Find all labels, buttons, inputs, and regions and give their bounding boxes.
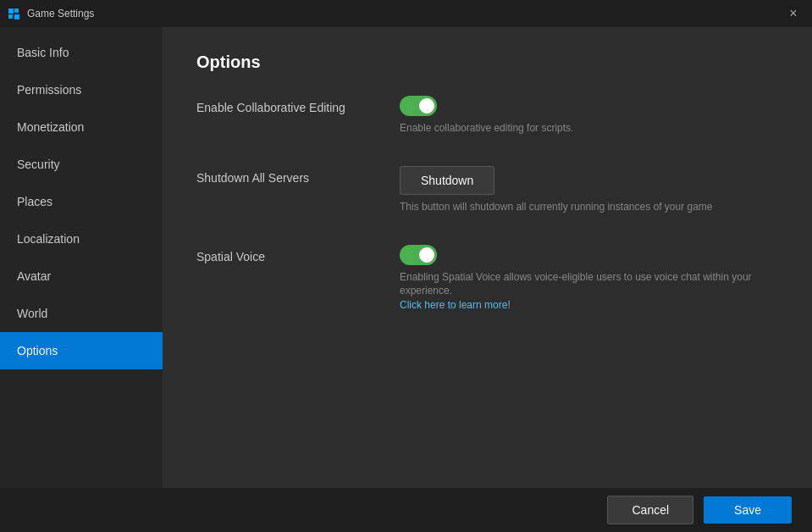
svg-rect-2 [8,14,13,19]
title-bar-left: Game Settings [7,7,94,20]
option-row-collab: Enable Collaborative Editing Enable coll… [196,96,778,136]
content-area: Options Enable Collaborative Editing Ena… [163,27,812,488]
sidebar-item-places[interactable]: Places [0,183,163,220]
sidebar: Basic Info Permissions Monetization Secu… [0,27,163,488]
toggle-wrapper-collab [400,96,778,116]
option-label-spatial-voice: Spatial Voice [196,245,400,263]
spatial-voice-description: Enabling Spatial Voice allows voice-elig… [400,270,778,313]
close-button[interactable]: × [782,2,805,25]
svg-rect-1 [14,8,19,13]
sidebar-item-security[interactable]: Security [0,146,163,183]
option-label-collab: Enable Collaborative Editing [196,96,400,114]
title-bar: Game Settings × [0,0,812,27]
sidebar-item-options[interactable]: Options [0,332,163,369]
spatial-voice-learn-more-link[interactable]: Click here to learn more! [400,299,511,311]
svg-rect-0 [8,8,14,14]
option-row-shutdown: Shutdown All Servers Shutdown This butto… [196,166,778,214]
toggle-wrapper-spatial-voice [400,245,778,265]
spatial-voice-toggle[interactable] [400,245,437,265]
sidebar-item-avatar[interactable]: Avatar [0,258,163,295]
shutdown-button[interactable]: Shutdown [400,166,494,195]
collab-description: Enable collaborative editing for scripts… [400,121,778,136]
option-control-collab: Enable collaborative editing for scripts… [400,96,778,136]
option-row-spatial-voice: Spatial Voice Enabling Spatial Voice all… [196,245,778,313]
save-button[interactable]: Save [704,496,792,524]
option-control-spatial-voice: Enabling Spatial Voice allows voice-elig… [400,245,778,313]
main-layout: Basic Info Permissions Monetization Secu… [0,27,812,488]
sidebar-item-permissions[interactable]: Permissions [0,71,163,108]
app-icon [7,7,20,20]
shutdown-description: This button will shutdown all currently … [400,200,778,214]
footer: Cancel Save [0,488,812,532]
option-label-shutdown: Shutdown All Servers [196,166,400,185]
cancel-button[interactable]: Cancel [607,496,693,524]
window-title: Game Settings [27,8,94,19]
sidebar-item-basic-info[interactable]: Basic Info [0,34,163,71]
content-title: Options [196,53,778,72]
svg-rect-3 [14,14,19,19]
collab-toggle[interactable] [400,96,437,116]
sidebar-item-monetization[interactable]: Monetization [0,108,163,146]
option-control-shutdown: Shutdown This button will shutdown all c… [400,166,778,214]
sidebar-item-localization[interactable]: Localization [0,220,163,258]
sidebar-item-world[interactable]: World [0,295,163,332]
